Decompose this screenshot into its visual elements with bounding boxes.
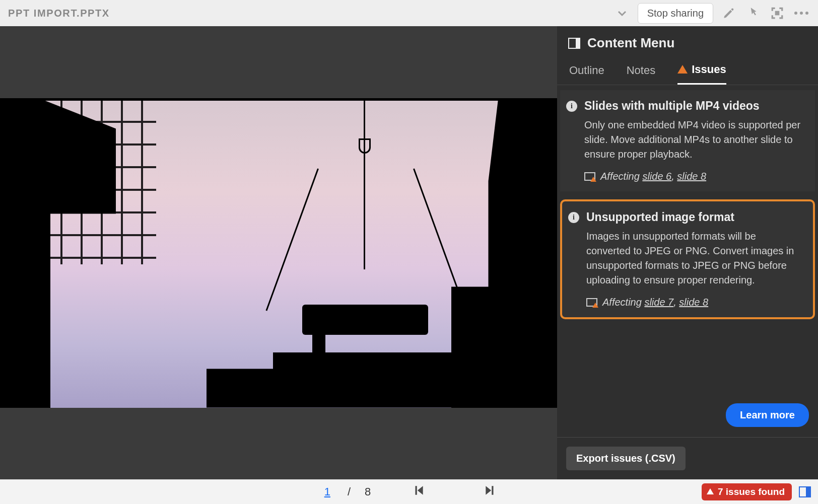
status-area: 7 issues found [702, 483, 811, 500]
issue-description: Only one embedded MP4 video is supported… [584, 118, 804, 162]
page-sep: / [348, 485, 351, 498]
affected-slide-link[interactable]: slide 6 [642, 171, 671, 182]
issue-card[interactable]: iSlides with multiple MP4 videosOnly one… [560, 90, 815, 191]
slide-warning-icon [586, 298, 597, 307]
affecting-text: Affecting slide 7, slide 8 [602, 297, 708, 308]
info-icon: i [566, 101, 577, 112]
main-area: Content Menu Outline Notes Issues iSlide… [0, 26, 818, 479]
panel-tabs: Outline Notes Issues [557, 56, 818, 85]
bottom-bar: 1 / 8 7 issues found [0, 479, 818, 504]
issues-found-badge[interactable]: 7 issues found [702, 483, 792, 500]
warning-icon [677, 65, 688, 74]
issue-affecting: Affecting slide 6, slide 8 [584, 171, 804, 182]
document-title: PPT IMPORT.PPTX [8, 8, 606, 19]
tab-notes[interactable]: Notes [627, 63, 655, 85]
next-slide-button[interactable] [484, 484, 497, 500]
prev-slide-button[interactable] [412, 484, 425, 500]
slide-stage [0, 26, 557, 479]
issue-affecting: Affecting slide 7, slide 8 [586, 297, 802, 308]
more-icon[interactable] [793, 5, 810, 22]
affected-slide-link[interactable]: slide 8 [677, 171, 706, 182]
export-issues-button[interactable]: Export issues (.CSV) [566, 447, 686, 470]
page-current[interactable]: 1 [321, 485, 333, 498]
current-slide[interactable] [0, 98, 557, 408]
chevron-down-icon[interactable] [614, 5, 631, 22]
issue-title: Unsupported image format [586, 210, 802, 224]
panel-header: Content Menu [557, 26, 818, 56]
silhouette [0, 98, 156, 264]
issue-card[interactable]: iUnsupported image formatImages in unsup… [560, 199, 815, 319]
issues-found-label: 7 issues found [718, 486, 785, 497]
issue-body: Slides with multiple MP4 videosOnly one … [584, 99, 804, 182]
content-menu-panel: Content Menu Outline Notes Issues iSlide… [557, 26, 818, 479]
stop-sharing-button[interactable]: Stop sharing [638, 3, 713, 24]
silhouette [312, 322, 325, 352]
silhouette [364, 98, 365, 269]
warning-icon [707, 488, 714, 494]
svg-rect-0 [775, 11, 780, 16]
pager: 1 / 8 [321, 484, 497, 500]
svg-rect-2 [576, 38, 580, 48]
tab-outline[interactable]: Outline [569, 63, 604, 85]
silhouette [44, 300, 49, 408]
panel-footer: Export issues (.CSV) [557, 437, 818, 479]
fullscreen-icon[interactable] [769, 5, 786, 22]
tab-issues[interactable]: Issues [677, 63, 726, 85]
learn-more-button[interactable]: Learn more [726, 403, 809, 427]
issue-title: Slides with multiple MP4 videos [584, 99, 804, 113]
learn-more-row: Learn more [557, 400, 818, 437]
top-toolbar: PPT IMPORT.PPTX Stop sharing [0, 0, 818, 26]
page-total: 8 [365, 485, 371, 498]
info-icon: i [568, 212, 579, 223]
affected-slide-link[interactable]: slide 7 [644, 297, 673, 308]
toggle-panel-button[interactable] [799, 486, 811, 497]
affecting-text: Affecting slide 6, slide 8 [600, 171, 706, 182]
slide-warning-icon [584, 172, 595, 181]
silhouette [359, 138, 371, 154]
pen-icon[interactable] [720, 5, 737, 22]
panel-title: Content Menu [587, 35, 674, 51]
panel-icon [568, 38, 580, 49]
silhouette [29, 340, 34, 408]
issue-body: Unsupported image formatImages in unsupp… [586, 210, 802, 308]
pointer-icon[interactable] [744, 5, 762, 22]
affected-slide-link[interactable]: slide 8 [679, 297, 708, 308]
issue-description: Images in unsupported formats will be co… [586, 229, 802, 287]
tab-issues-label: Issues [692, 63, 726, 76]
issues-list[interactable]: iSlides with multiple MP4 videosOnly one… [557, 85, 818, 400]
